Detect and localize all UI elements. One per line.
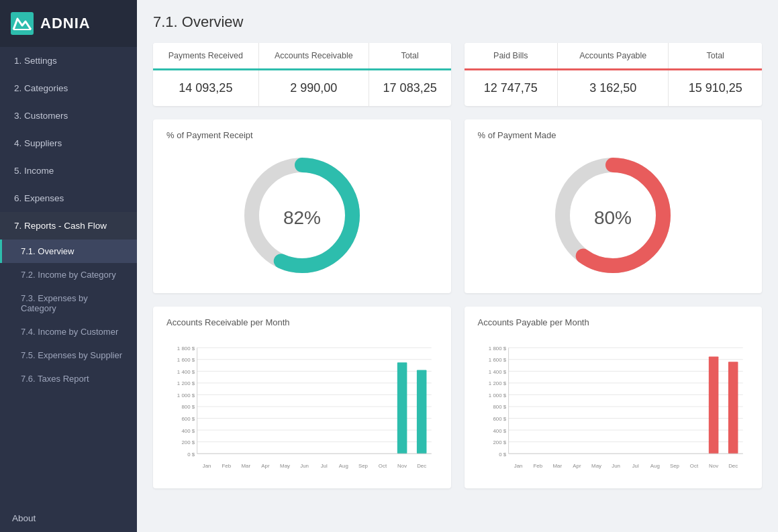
left-summary-card: Payments Received Accounts Receivable To… <box>153 43 451 106</box>
svg-text:1 400 $: 1 400 $ <box>177 369 195 375</box>
sidebar-sub-item-taxes[interactable]: 7.6. Taxes Report <box>0 367 137 390</box>
col-total-left: Total <box>369 43 450 70</box>
left-donut-card: % of Payment Receipt 82% <box>153 119 451 293</box>
right-bar-title: Accounts Payable per Month <box>478 317 749 327</box>
donut-row: % of Payment Receipt 82% % of Payment Ma… <box>153 119 762 293</box>
val-accounts-receivable: 2 990,00 <box>258 70 369 107</box>
svg-text:0 $: 0 $ <box>499 451 507 458</box>
svg-rect-38 <box>417 370 427 454</box>
svg-text:May: May <box>280 463 290 469</box>
svg-text:1 800 $: 1 800 $ <box>488 345 506 352</box>
svg-text:1 200 $: 1 200 $ <box>177 380 195 386</box>
nav-items: 1. Settings2. Categories3. Customers4. S… <box>0 47 137 390</box>
col-total-right: Total <box>669 43 762 70</box>
left-summary-table: Payments Received Accounts Receivable To… <box>153 43 451 106</box>
svg-rect-74 <box>728 362 738 454</box>
svg-text:Feb: Feb <box>222 463 231 469</box>
bar-row: Accounts Receivable per Month 1 800 $1 6… <box>153 307 762 488</box>
svg-text:Jul: Jul <box>632 463 638 469</box>
val-paid-bills: 12 747,75 <box>465 70 558 107</box>
left-donut-container: 82% <box>166 148 438 282</box>
right-donut-title: % of Payment Made <box>478 130 749 140</box>
svg-text:600 $: 600 $ <box>493 416 506 422</box>
sidebar-item-categories[interactable]: 2. Categories <box>0 74 137 102</box>
svg-text:Mar: Mar <box>552 463 562 469</box>
svg-text:Jun: Jun <box>300 463 309 469</box>
right-bar-svg: 1 800 $1 600 $1 400 $1 200 $1 000 $800 $… <box>478 333 749 480</box>
svg-text:Oct: Oct <box>379 463 387 469</box>
svg-text:Aug: Aug <box>650 463 659 469</box>
svg-text:Jan: Jan <box>203 463 211 469</box>
svg-text:1 600 $: 1 600 $ <box>488 357 506 363</box>
sidebar-item-reports[interactable]: 7. Reports - Cash Flow <box>0 212 137 240</box>
left-bar-title: Accounts Receivable per Month <box>166 317 438 327</box>
right-summary-card: Paid Bills Accounts Payable Total 12 747… <box>465 43 763 106</box>
val-total-left: 17 083,25 <box>369 70 450 107</box>
svg-text:1 800 $: 1 800 $ <box>177 345 195 352</box>
svg-text:Oct: Oct <box>689 463 698 469</box>
svg-text:Feb: Feb <box>533 463 542 469</box>
about-item[interactable]: About <box>0 504 137 532</box>
page-title: 7.1. Overview <box>153 13 762 31</box>
svg-rect-72 <box>708 356 718 454</box>
col-accounts-receivable: Accounts Receivable <box>258 43 369 70</box>
main-content: 7.1. Overview Payments Received Accounts… <box>137 0 778 532</box>
sidebar-sub-item-income-customer[interactable]: 7.4. Income by Customer <box>0 320 137 343</box>
sidebar-item-settings[interactable]: 1. Settings <box>0 47 137 74</box>
sidebar-sub-item-expenses-category[interactable]: 7.3. Expenses by Category <box>0 286 137 320</box>
left-donut-label: 82% <box>283 207 321 228</box>
col-paid-bills: Paid Bills <box>465 43 558 70</box>
right-donut-svg: 80% <box>546 148 680 282</box>
col-payments-received: Payments Received <box>153 43 258 70</box>
left-donut-title: % of Payment Receipt <box>166 130 438 140</box>
left-donut-svg: 82% <box>235 148 369 282</box>
col-accounts-payable: Accounts Payable <box>558 43 669 70</box>
svg-text:200 $: 200 $ <box>181 439 195 445</box>
svg-text:Apr: Apr <box>573 463 581 469</box>
right-donut-container: 80% <box>478 148 749 282</box>
right-donut-card: % of Payment Made 80% <box>465 119 763 293</box>
svg-rect-36 <box>397 362 407 454</box>
sidebar-sub-item-income-category[interactable]: 7.2. Income by Category <box>0 263 137 286</box>
val-total-right: 15 910,25 <box>669 70 762 107</box>
right-bar-card: Accounts Payable per Month 1 800 $1 600 … <box>465 307 763 488</box>
svg-text:1 200 $: 1 200 $ <box>488 380 506 386</box>
right-donut-label: 80% <box>594 207 632 228</box>
svg-text:Jun: Jun <box>612 463 620 469</box>
right-summary-table: Paid Bills Accounts Payable Total 12 747… <box>465 43 763 106</box>
val-payments-received: 14 093,25 <box>153 70 258 107</box>
svg-text:Jul: Jul <box>321 463 328 469</box>
sidebar-sub-item-overview[interactable]: 7.1. Overview <box>0 240 137 263</box>
val-accounts-payable: 3 162,50 <box>558 70 669 107</box>
sidebar-item-expenses[interactable]: 6. Expenses <box>0 184 137 212</box>
sidebar-sub-item-expenses-supplier[interactable]: 7.5. Expenses by Supplier <box>0 343 137 367</box>
svg-text:800 $: 800 $ <box>493 405 506 411</box>
svg-text:1 000 $: 1 000 $ <box>488 392 506 398</box>
svg-text:Mar: Mar <box>242 463 251 469</box>
sidebar: ADNIA 1. Settings2. Categories3. Custome… <box>0 0 137 532</box>
svg-text:Nov: Nov <box>397 463 407 469</box>
svg-text:1 000 $: 1 000 $ <box>177 392 195 398</box>
svg-text:1 400 $: 1 400 $ <box>488 369 506 375</box>
svg-text:Aug: Aug <box>339 463 348 469</box>
logo-icon <box>11 12 34 35</box>
svg-rect-0 <box>11 12 34 35</box>
svg-text:200 $: 200 $ <box>493 439 506 445</box>
svg-text:400 $: 400 $ <box>493 428 506 434</box>
left-bar-card: Accounts Receivable per Month 1 800 $1 6… <box>153 307 451 488</box>
sidebar-item-customers[interactable]: 3. Customers <box>0 102 137 129</box>
svg-text:Dec: Dec <box>417 463 426 469</box>
svg-text:600 $: 600 $ <box>181 416 195 422</box>
svg-text:1 600 $: 1 600 $ <box>177 357 195 363</box>
left-bar-svg: 1 800 $1 600 $1 400 $1 200 $1 000 $800 $… <box>166 333 438 480</box>
sidebar-item-income[interactable]: 5. Income <box>0 157 137 184</box>
svg-text:Sep: Sep <box>669 463 679 469</box>
svg-text:400 $: 400 $ <box>181 428 195 434</box>
svg-text:Sep: Sep <box>358 463 369 469</box>
svg-text:May: May <box>591 463 601 469</box>
svg-text:Dec: Dec <box>728 463 738 469</box>
svg-text:Nov: Nov <box>709 463 718 469</box>
svg-text:Jan: Jan <box>514 463 522 469</box>
summary-row: Payments Received Accounts Receivable To… <box>153 43 762 106</box>
sidebar-item-suppliers[interactable]: 4. Suppliers <box>0 129 137 157</box>
